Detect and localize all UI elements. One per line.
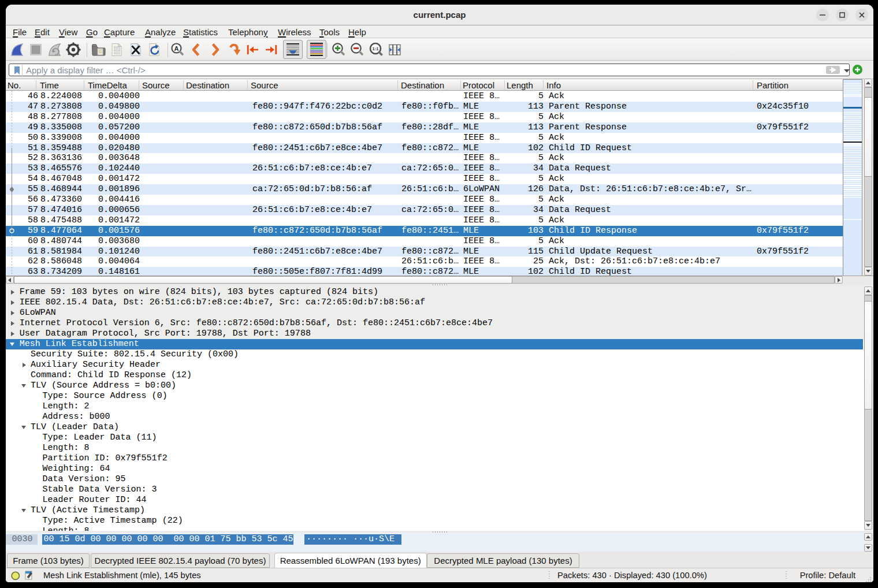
- svg-text:A: A: [174, 45, 179, 52]
- svg-text:0111: 0111: [114, 52, 120, 55]
- svg-text:1:1: 1:1: [373, 46, 379, 51]
